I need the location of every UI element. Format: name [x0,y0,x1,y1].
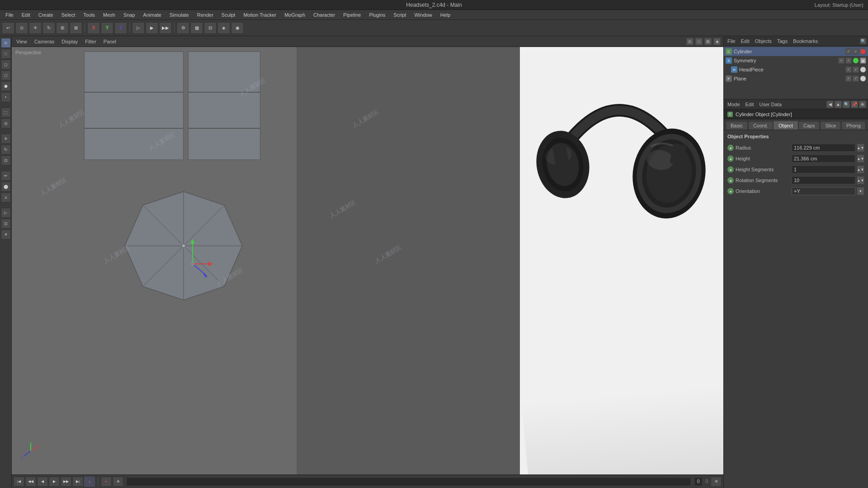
object-row-plane[interactable]: P Plane ✓ ✓ [724,74,868,83]
toolbar-snap[interactable]: ⊟ [204,22,217,34]
toolbar-move[interactable]: ✛ [29,22,42,34]
toolbar-more1[interactable]: ◈ [217,22,230,34]
left-edge-mode[interactable]: ⬣ [1,81,11,91]
props-search[interactable]: 🔍 [843,101,850,108]
left-camera[interactable]: ⊡ [1,219,11,229]
menu-edit[interactable]: Edit [18,11,34,19]
tl-btn-1[interactable]: |◀ [14,477,24,487]
vp-view-menu[interactable]: View [14,38,29,45]
tl-record[interactable]: ● [101,477,112,487]
tl-options[interactable]: ⚙ [711,477,722,487]
left-solo[interactable]: ◎ [1,118,11,128]
vp-panel-menu[interactable]: Panel [102,38,118,45]
toolbar-rotate[interactable]: ↻ [42,22,55,34]
cylinder-dot[interactable] [860,48,866,55]
hp-visibility-editor[interactable]: ✓ [845,66,852,73]
toolbar-render-frame[interactable]: ▶ [146,22,158,34]
left-light[interactable]: ☀ [1,230,11,239]
prop-value-height[interactable]: 21.366 cm [792,155,855,163]
props-more[interactable]: ⊕ [859,101,866,108]
om-edit[interactable]: Edit [739,38,751,44]
prop-value-orientation[interactable]: +Y [792,187,855,195]
left-model-mode[interactable]: □ [1,49,11,59]
menu-select[interactable]: Select [58,11,79,19]
om-file[interactable]: File [726,38,737,44]
props-nav-fwd[interactable]: ▲ [835,101,842,108]
props-edit[interactable]: Edit [744,101,756,108]
cylinder-visibility-render[interactable]: ✓ [853,48,859,55]
tl-btn-2[interactable]: ◀◀ [25,477,36,487]
hp-visibility-render[interactable]: ✓ [853,66,859,73]
left-brush[interactable]: ✏ [1,171,11,181]
props-pin[interactable]: 📌 [851,101,858,108]
left-xray[interactable]: ⬚ [1,108,11,117]
tl-btn-6[interactable]: ▶| [72,477,83,487]
props-tab-coord[interactable]: Coord. [748,121,773,130]
hp-dot[interactable] [860,66,866,73]
tl-keyframe-add[interactable]: ⊕ [113,477,123,487]
menu-script[interactable]: Script [390,11,410,19]
om-objects[interactable]: Objects [753,38,774,44]
left-rotate[interactable]: ↻ [1,145,11,155]
prop-btn-height[interactable]: ▲▼ [857,155,864,163]
menu-window[interactable]: Window [411,11,436,19]
props-tab-slice[interactable]: Slice [820,121,841,130]
menu-motion-tracker[interactable]: Motion Tracker [240,11,280,19]
timeline-scrubber[interactable] [126,477,691,486]
om-tags[interactable]: Tags [775,38,789,44]
left-scale[interactable]: ⊡ [1,155,11,165]
menu-sculpt[interactable]: Sculpt [218,11,239,19]
toolbar-axis-y[interactable]: Y [101,22,113,34]
vp-filter-menu[interactable]: Filter [83,38,98,45]
menu-simulate[interactable]: Simulate [166,11,193,19]
vp-icon-2[interactable]: □ [695,38,703,45]
menu-render[interactable]: Render [193,11,217,19]
props-tab-caps[interactable]: Caps [798,121,820,130]
om-search-btn[interactable]: 🔍 [860,38,866,44]
tl-btn-3[interactable]: ◀ [37,477,48,487]
props-tab-basic[interactable]: Basic [726,121,748,130]
prop-btn-height-segs[interactable]: ▲▼ [857,165,864,174]
object-row-headpiece[interactable]: H HeadPiece ✓ ✓ [724,65,868,74]
object-row-cylinder[interactable]: C Cylinder ✓ ✓ [724,47,868,56]
tl-btn-4[interactable]: ▶ [49,477,60,487]
tl-keyframe[interactable]: ⬦ [84,477,95,487]
prop-btn-rot-segs[interactable]: ▲▼ [857,176,864,184]
toolbar-undo[interactable]: ↩ [2,22,14,34]
menu-character[interactable]: Character [310,11,339,19]
left-animation[interactable]: ▷ [1,208,11,218]
left-knife[interactable]: ⚔ [1,192,11,202]
left-poly-mode[interactable]: ⬡ [1,70,11,80]
plane-dot[interactable] [860,75,866,82]
toolbar-axis-z[interactable]: Z [114,22,127,34]
props-tab-phong[interactable]: Phong [841,121,866,130]
left-vertex-mode[interactable]: • [1,92,11,102]
om-bookmarks[interactable]: Bookmarks [791,38,820,44]
toolbar-grid[interactable]: ▦ [190,22,203,34]
menu-mesh[interactable]: Mesh [99,11,119,19]
left-move[interactable]: ✛ [1,134,11,144]
menu-snap[interactable]: Snap [120,11,139,19]
toolbar-transform[interactable]: ⊠ [70,22,82,34]
viewport-canvas[interactable]: Perspective [12,47,723,474]
prop-value-rot-segs[interactable]: 10 [792,176,855,184]
menu-tools[interactable]: Tools [80,11,99,19]
object-row-symmetry[interactable]: S Symmetry ✓ ✓ ▣ [724,56,868,65]
toolbar-live-select[interactable]: ⊙ [15,22,28,34]
vp-icon-4[interactable]: ◈ [713,38,721,45]
prop-value-radius[interactable]: 116.229 cm [792,144,855,152]
menu-create[interactable]: Create [35,11,57,19]
toolbar-render-all[interactable]: ▶▶ [159,22,172,34]
props-tab-object[interactable]: Object [774,121,798,130]
sym-dot[interactable] [853,57,859,64]
cylinder-visibility-editor[interactable]: ✓ [845,48,852,55]
left-object-mode[interactable]: ◻ [1,60,11,70]
menu-file[interactable]: File [2,11,17,19]
toolbar-axis-x[interactable]: X [87,22,100,34]
menu-plugins[interactable]: Plugins [365,11,389,19]
prop-btn-radius[interactable]: ▲▼ [857,144,864,152]
props-mode[interactable]: Mode [726,101,742,108]
toolbar-settings[interactable]: ⚙ [177,22,189,34]
menu-animate[interactable]: Animate [140,11,165,19]
sym-visibility-editor[interactable]: ✓ [838,57,844,64]
